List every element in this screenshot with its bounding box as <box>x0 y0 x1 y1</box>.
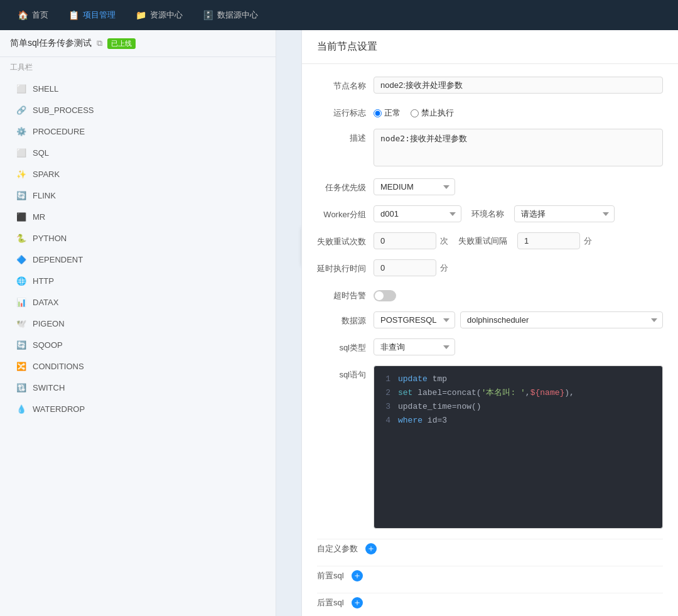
form-body: 节点名称 运行标志 正常 禁止执行 <box>302 64 678 616</box>
pre-sql-add-button[interactable]: ＋ <box>352 570 363 581</box>
post-sql-label: 后置sql <box>317 597 344 608</box>
retry-count-group: 次 <box>374 232 448 249</box>
canvas-area[interactable]: 🗄️ node1.查询结果 ⊞ <box>276 30 301 616</box>
delay-group: 分 <box>374 259 663 276</box>
priority-row: 任务优先级 MEDIUM <box>317 178 663 195</box>
sql-type-control: 非查询 <box>374 338 663 355</box>
mr-icon: ⬛ <box>15 210 28 223</box>
retry-interval-unit: 分 <box>584 235 592 247</box>
nav-project[interactable]: 📋 项目管理 <box>61 6 123 24</box>
custom-params-row[interactable]: 自定义参数 ＋ <box>317 539 663 558</box>
radio-normal[interactable]: 正常 <box>374 107 401 119</box>
tool-mr[interactable]: ⬛ MR <box>10 206 266 227</box>
sql-type-select[interactable]: 非查询 <box>374 338 455 355</box>
pigeon-icon: 🕊️ <box>15 317 28 330</box>
waterdrop-icon: 💧 <box>15 403 28 415</box>
datasource-label: 数据源 <box>317 311 374 327</box>
radio-stop[interactable]: 禁止执行 <box>411 107 454 119</box>
desc-textarea[interactable]: node2:接收并处理参数 <box>374 129 663 166</box>
tool-subprocess[interactable]: 🔗 SUB_PROCESS <box>10 99 266 121</box>
resource-icon: 📁 <box>136 10 146 20</box>
toolbar-section: 工具栏 ⬜ SHELL 🔗 SUB_PROCESS ⚙️ PROCEDURE ⬜… <box>0 57 276 422</box>
sql-icon: ⬜ <box>15 146 28 159</box>
status-badge: 已上线 <box>107 38 136 49</box>
desc-row: 描述 node2:接收并处理参数 <box>317 129 663 168</box>
node-name-input[interactable] <box>374 77 663 94</box>
tool-pigeon[interactable]: 🕊️ PIGEON <box>10 313 266 334</box>
datasource-type-select[interactable]: POSTGRESQL <box>374 311 455 328</box>
code-line-1: 1 update tmp <box>380 372 656 386</box>
radio-group: 正常 禁止执行 <box>374 104 663 119</box>
tool-dependent[interactable]: 🔷 DEPENDENT <box>10 249 266 270</box>
post-sql-row[interactable]: 后置sql ＋ <box>317 593 663 612</box>
project-title: 简单sql任务传参测试 <box>10 38 92 49</box>
tool-http[interactable]: 🌐 HTTP <box>10 270 266 291</box>
main-layout: 简单sql任务传参测试 ⧉ 已上线 工具栏 ⬜ SHELL 🔗 SUB_PROC… <box>0 30 678 616</box>
pre-sql-row[interactable]: 前置sql ＋ <box>317 566 663 585</box>
sql-type-row: sql类型 非查询 <box>317 338 663 355</box>
tool-shell[interactable]: ⬜ SHELL <box>10 78 266 99</box>
python-icon: 🐍 <box>15 232 28 244</box>
node-name-control <box>374 77 663 94</box>
sql-label: sql语句 <box>317 365 374 381</box>
dependent-icon: 🔷 <box>15 253 28 266</box>
retry-interval-group: 分 <box>517 232 592 249</box>
code-line-4: 4 where id=3 <box>380 414 656 428</box>
flink-icon: 🔄 <box>15 189 28 202</box>
procedure-icon: ⚙️ <box>15 125 28 138</box>
desc-label: 描述 <box>317 129 374 144</box>
desc-control: node2:接收并处理参数 <box>374 129 663 168</box>
left-sidebar: 简单sql任务传参测试 ⧉ 已上线 工具栏 ⬜ SHELL 🔗 SUB_PROC… <box>0 30 276 616</box>
retry-control: 次 失败重试间隔 分 <box>374 232 663 249</box>
nav-home[interactable]: 🏠 首页 <box>10 6 56 24</box>
spark-icon: ✨ <box>15 168 28 180</box>
code-editor[interactable]: 1 update tmp 2 set label=concat('本名叫: ',… <box>374 365 663 529</box>
delay-row: 延时执行时间 分 <box>317 259 663 276</box>
retry-count-unit: 次 <box>440 235 448 247</box>
datasource-value-select[interactable]: dolphinscheduler <box>460 311 663 328</box>
timeout-label: 超时告警 <box>317 286 374 301</box>
tool-conditions[interactable]: 🔀 CONDITIONS <box>10 355 266 377</box>
tool-switch[interactable]: 🔃 SWITCH <box>10 377 266 398</box>
custom-params-label: 自定义参数 <box>317 543 358 554</box>
tool-sql[interactable]: ⬜ SQL <box>10 142 266 163</box>
priority-control: MEDIUM <box>374 178 663 195</box>
shell-icon: ⬜ <box>15 82 28 95</box>
tool-sqoop[interactable]: 🔄 SQOOP <box>10 334 266 355</box>
delay-control: 分 <box>374 259 663 276</box>
toolbar-label: 工具栏 <box>10 62 266 73</box>
worker-control: d001 环境名称 请选择 <box>374 205 663 222</box>
run-flag-control: 正常 禁止执行 <box>374 104 663 119</box>
tool-datax[interactable]: 📊 DATAX <box>10 291 266 313</box>
env-select[interactable]: 请选择 <box>514 205 615 222</box>
tool-procedure[interactable]: ⚙️ PROCEDURE <box>10 121 266 142</box>
env-label: 环境名称 <box>471 208 504 220</box>
delay-unit: 分 <box>440 262 448 274</box>
retry-interval-input[interactable] <box>517 232 580 249</box>
nav-datasource[interactable]: 🗄️ 数据源中心 <box>195 6 266 24</box>
code-line-3: 3 update_time=now() <box>380 400 656 414</box>
timeout-toggle[interactable] <box>374 290 396 301</box>
run-flag-label: 运行标志 <box>317 104 374 119</box>
retry-count-input[interactable] <box>374 232 436 249</box>
priority-label: 任务优先级 <box>317 178 374 193</box>
worker-label: Worker分组 <box>317 205 374 220</box>
nav-resource[interactable]: 📁 资源中心 <box>128 6 190 24</box>
retry-count-label: 失败重试次数 <box>317 232 374 247</box>
post-sql-add-button[interactable]: ＋ <box>352 597 363 608</box>
datasource-selects: POSTGRESQL dolphinscheduler <box>374 311 663 328</box>
sqoop-icon: 🔄 <box>15 338 28 351</box>
tool-waterdrop[interactable]: 💧 WATERDROP <box>10 398 266 419</box>
copy-icon[interactable]: ⧉ <box>97 38 102 48</box>
delay-input[interactable] <box>374 259 436 276</box>
worker-select[interactable]: d001 <box>374 205 461 222</box>
tool-flink[interactable]: 🔄 FLINK <box>10 185 266 206</box>
tool-python[interactable]: 🐍 PYTHON <box>10 227 266 249</box>
datasource-control: POSTGRESQL dolphinscheduler <box>374 311 663 328</box>
tool-spark[interactable]: ✨ SPARK <box>10 163 266 185</box>
datasource-row: 数据源 POSTGRESQL dolphinscheduler <box>317 311 663 328</box>
custom-params-add-button[interactable]: ＋ <box>365 543 377 554</box>
conditions-icon: 🔀 <box>15 360 28 372</box>
datasource-nav-icon: 🗄️ <box>203 10 213 20</box>
priority-select[interactable]: MEDIUM <box>374 178 455 195</box>
